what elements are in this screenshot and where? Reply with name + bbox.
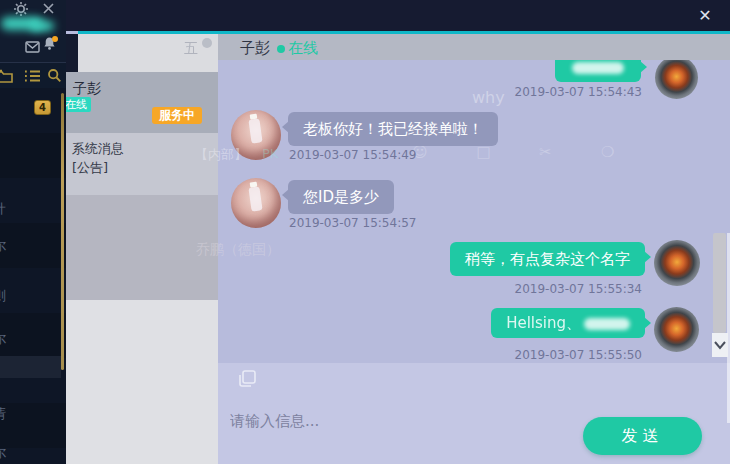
send-button[interactable]: 发送 bbox=[583, 417, 702, 455]
system-message-title: 系统消息 bbox=[72, 140, 124, 158]
conversation-list-panel: 五 子彭 在线 服务中 系统消息 [公告] bbox=[66, 34, 218, 464]
message-time: 2019-03-07 15:55:34 bbox=[515, 282, 642, 296]
message-bubble-incoming: 老板你好！我已经接单啦！ bbox=[288, 112, 498, 146]
accent-line bbox=[78, 31, 730, 34]
sidebar-item-label: 计 bbox=[0, 200, 6, 218]
message-bubble-outgoing bbox=[555, 60, 641, 82]
chat-titlebar: ✕ bbox=[66, 0, 730, 31]
message-area: why ☺ □ ✂ ❍ 2019-03-07 15:54:43 老板你好！我已经… bbox=[218, 60, 712, 363]
chat-scrollbar bbox=[712, 60, 730, 363]
contact-avatar bbox=[231, 110, 281, 160]
sidebar-item-label: 尔 bbox=[0, 330, 6, 348]
list-icon[interactable] bbox=[24, 68, 41, 87]
panel-top-strip: 五 bbox=[66, 34, 218, 72]
online-status-badge: 在线 bbox=[66, 97, 91, 112]
system-message-subtitle: [公告] bbox=[72, 159, 108, 177]
masked-message-tail bbox=[584, 318, 630, 330]
sidebar-item-label: 请 bbox=[0, 405, 6, 423]
search-icon[interactable] bbox=[47, 68, 62, 87]
conversation-item-system[interactable]: 系统消息 [公告] bbox=[66, 133, 218, 195]
panel-watermark: 五 bbox=[184, 40, 198, 58]
panel-dark-notch bbox=[66, 34, 78, 72]
panel-lower-area bbox=[66, 195, 218, 300]
sidebar-list[interactable] bbox=[0, 88, 66, 464]
panel-light-area bbox=[66, 300, 218, 464]
panel-watermark-dot bbox=[202, 38, 212, 48]
scrollbar-thumb[interactable] bbox=[713, 233, 726, 333]
chat-contact-status: 在线 bbox=[288, 39, 318, 58]
masked-message-text bbox=[572, 62, 624, 74]
contact-avatar bbox=[231, 178, 281, 228]
online-dot bbox=[277, 45, 285, 53]
message-time: 2019-03-07 15:54:43 bbox=[515, 85, 642, 99]
sidebar-item-label: 尔 bbox=[0, 237, 6, 255]
sidebar-close-icon[interactable] bbox=[41, 1, 56, 20]
sidebar-item-label: 尔 bbox=[0, 444, 6, 462]
chat-contact-name: 子彭 bbox=[240, 39, 270, 58]
sidebar-scrollbar[interactable] bbox=[61, 93, 64, 370]
message-time: 2019-03-07 15:54:49 bbox=[289, 148, 416, 162]
my-avatar bbox=[654, 307, 699, 352]
sidebar-item-label: 则 bbox=[0, 287, 6, 305]
chat-close-icon[interactable]: ✕ bbox=[694, 5, 716, 27]
unread-count-badge: 4 bbox=[34, 100, 51, 115]
bottle-photo bbox=[248, 186, 262, 211]
message-bubble-outgoing: 稍等，有点复杂这个名字 bbox=[450, 242, 645, 276]
notification-dot bbox=[52, 36, 58, 42]
app-screen: 4 计 尔 则 尔 请 尔 五 子彭 在线 服务中 系统消息 [公告] 【内部】… bbox=[0, 0, 730, 464]
message-input[interactable] bbox=[228, 405, 562, 437]
my-avatar bbox=[655, 60, 698, 99]
message-bubble-incoming: 您ID是多少 bbox=[288, 180, 394, 214]
watermark-text: why bbox=[472, 88, 505, 107]
my-avatar bbox=[654, 240, 700, 286]
message-time: 2019-03-07 15:55:50 bbox=[515, 348, 642, 362]
bottle-photo bbox=[248, 118, 262, 143]
sidebar-list-active-row[interactable] bbox=[0, 356, 61, 378]
input-area: 发送 bbox=[218, 363, 730, 464]
conversation-item-selected[interactable]: 子彭 在线 服务中 bbox=[66, 72, 218, 133]
scroll-down-button[interactable] bbox=[712, 333, 728, 357]
file-copy-icon[interactable] bbox=[237, 369, 257, 389]
mail-icon[interactable] bbox=[25, 38, 40, 57]
left-sidebar: 4 计 尔 则 尔 请 尔 bbox=[0, 0, 66, 464]
message-text: Hellsing、 bbox=[506, 314, 581, 332]
conversation-name: 子彭 bbox=[73, 80, 101, 98]
message-time: 2019-03-07 15:54:57 bbox=[289, 216, 416, 230]
folder-icon[interactable] bbox=[0, 68, 13, 87]
masked-username-blur-2 bbox=[30, 21, 54, 31]
message-bubble-outgoing: Hellsing、 bbox=[491, 308, 645, 338]
chat-header: 子彭 在线 bbox=[218, 34, 730, 60]
service-status-badge: 服务中 bbox=[152, 107, 202, 124]
